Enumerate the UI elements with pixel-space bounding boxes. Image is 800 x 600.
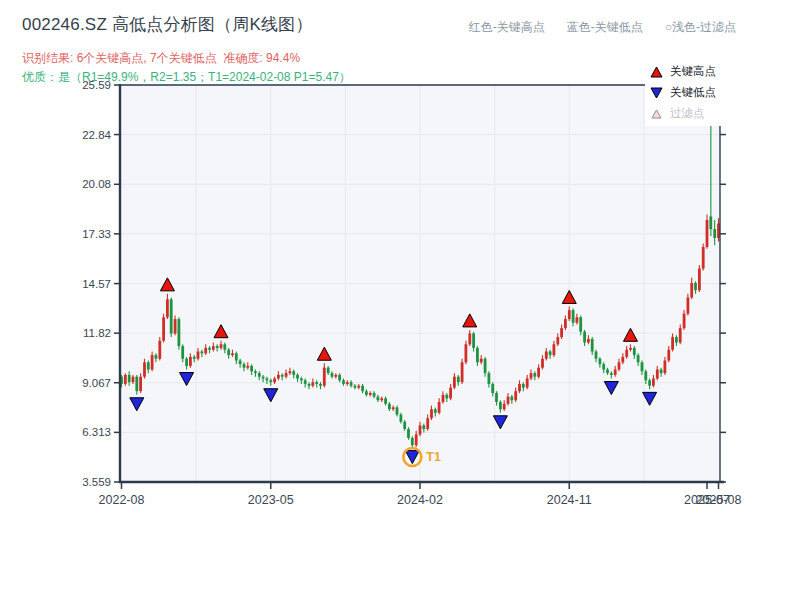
candle-body xyxy=(208,348,211,350)
candle-body xyxy=(491,384,494,393)
candle-body xyxy=(388,404,391,409)
candle-body xyxy=(568,310,571,319)
candle-body xyxy=(204,348,207,353)
candle-body xyxy=(220,344,223,348)
candle-body xyxy=(422,425,425,429)
candle-body xyxy=(537,368,540,377)
candle-body xyxy=(277,375,280,379)
candle-body xyxy=(510,397,513,401)
x-tick-label: 2024-02 xyxy=(397,493,443,507)
candle-body xyxy=(139,377,142,391)
candle-body xyxy=(660,370,663,374)
candle-body xyxy=(522,384,525,388)
candle-body xyxy=(637,355,640,362)
plot-legend-item-key-high: 关键高点 xyxy=(650,64,736,79)
candle-body xyxy=(239,361,242,365)
candle-body xyxy=(193,357,196,359)
candle-body xyxy=(380,398,383,400)
key-low-triangle-icon xyxy=(650,87,663,99)
candle-body xyxy=(419,425,422,434)
candle-body xyxy=(495,393,498,402)
candle-body xyxy=(292,371,295,375)
candle-body xyxy=(304,380,307,384)
candle-body xyxy=(246,366,249,368)
candle-body xyxy=(618,362,621,369)
plot-legend-label: 关键低点 xyxy=(670,85,716,100)
candle-body xyxy=(365,391,368,395)
candle-body xyxy=(354,386,357,388)
candle-body xyxy=(610,373,613,375)
candle-body xyxy=(518,384,521,391)
candle-body xyxy=(698,269,701,291)
candle-body xyxy=(564,319,567,328)
candle-body xyxy=(231,353,234,355)
plot-legend: 关键高点 关键低点 过滤点 xyxy=(645,61,736,126)
candle-body xyxy=(181,346,184,359)
candle-body xyxy=(576,317,579,322)
y-tick-label: 9.067 xyxy=(82,377,111,389)
candle-body xyxy=(400,415,403,422)
candle-body xyxy=(262,377,265,379)
candle-body xyxy=(216,346,219,348)
candle-body xyxy=(377,397,380,401)
candle-body xyxy=(308,384,311,386)
candle-body xyxy=(488,373,491,384)
candle-body xyxy=(709,216,712,229)
candle-body xyxy=(453,377,456,388)
candle-body xyxy=(128,375,131,382)
candle-body xyxy=(595,352,598,359)
candle-body xyxy=(445,395,448,399)
candle-body xyxy=(530,373,533,378)
candle-body xyxy=(147,362,150,369)
candle-body xyxy=(621,357,624,362)
candle-body xyxy=(614,370,617,375)
candle-body xyxy=(426,418,429,429)
candle-body xyxy=(549,352,552,356)
candle-body xyxy=(174,319,177,333)
candle-body xyxy=(319,384,322,386)
candle-body xyxy=(158,341,161,359)
candle-body xyxy=(346,382,349,384)
candle-body xyxy=(633,348,636,355)
candle-body xyxy=(143,362,146,376)
candle-body xyxy=(652,379,655,386)
candle-body xyxy=(250,366,253,371)
candle-body xyxy=(384,398,387,403)
candle-body xyxy=(300,379,303,381)
candle-body xyxy=(644,371,647,380)
candle-body xyxy=(243,364,246,368)
candle-body xyxy=(507,397,510,404)
quality-result-text: 优质：是（R1=49.9%，R2=1.35；T1=2024-02-08 P1=5… xyxy=(22,69,351,86)
candle-body xyxy=(189,357,192,366)
y-tick-label: 3.559 xyxy=(82,476,111,488)
y-tick-label: 20.08 xyxy=(82,178,111,190)
candle-body xyxy=(480,359,483,363)
candle-body xyxy=(541,359,544,368)
y-tick-label: 6.313 xyxy=(82,426,111,438)
candle-body xyxy=(648,380,651,385)
candle-body xyxy=(545,352,548,359)
y-tick-label: 14.57 xyxy=(82,278,111,290)
candle-body xyxy=(713,229,716,238)
candle-body xyxy=(273,379,276,383)
candle-body xyxy=(266,379,269,381)
plot-legend-label: 关键高点 xyxy=(670,64,716,79)
candle-body xyxy=(315,382,318,384)
key-high-triangle-icon xyxy=(650,66,663,78)
candle-body xyxy=(690,283,693,297)
candle-body xyxy=(411,438,414,445)
candle-body xyxy=(373,393,376,397)
stock-analysis-page: 002246.SZ 高低点分析图（周K线图） 红色-关键高点 蓝色-关键低点 ○… xyxy=(0,0,800,600)
filtered-triangle-icon xyxy=(650,108,663,120)
candle-body xyxy=(442,395,445,402)
candle-body xyxy=(327,368,330,373)
candle-body xyxy=(560,328,563,337)
candle-body xyxy=(591,339,594,352)
candle-body xyxy=(671,337,674,350)
candle-body xyxy=(503,404,506,409)
candle-body xyxy=(572,310,575,323)
candle-body xyxy=(579,317,582,331)
candle-body xyxy=(468,334,471,345)
plot-legend-item-filtered: 过滤点 xyxy=(650,106,736,121)
candle-body xyxy=(629,348,632,350)
